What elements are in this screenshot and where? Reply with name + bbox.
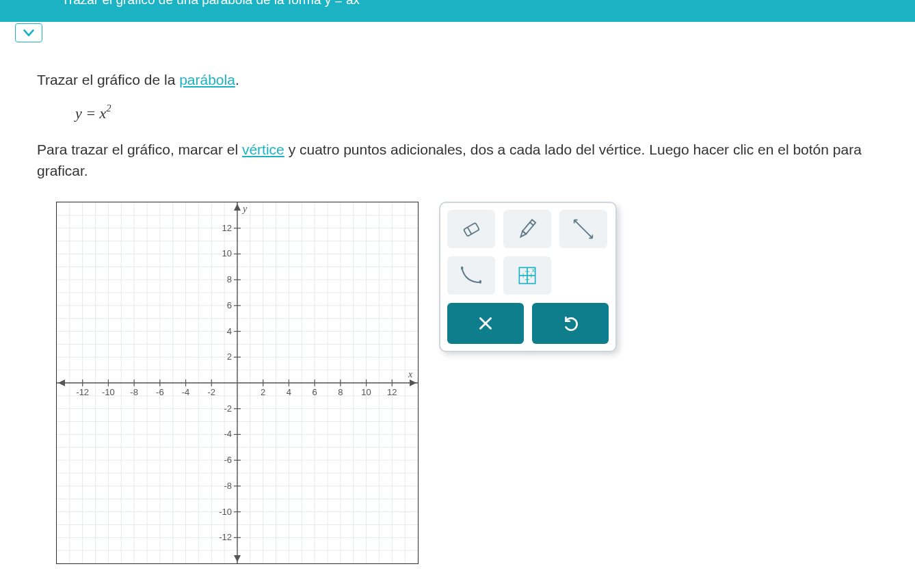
svg-text:12: 12 <box>387 387 397 397</box>
instruction-line: Para trazar el gráfico, marcar el vértic… <box>37 139 874 181</box>
svg-text:4: 4 <box>287 387 291 397</box>
line-icon <box>570 215 597 243</box>
svg-point-115 <box>461 268 463 270</box>
svg-text:8: 8 <box>338 387 343 397</box>
page-header: Trazar el gráfico de una parábola de la … <box>0 0 915 22</box>
close-icon <box>477 315 494 332</box>
problem-body: Trazar el gráfico de la parábola. y = x2… <box>0 22 915 578</box>
equation-sup: 2 <box>106 103 111 113</box>
intro-line: Trazar el gráfico de la parábola. <box>37 70 874 90</box>
clear-button[interactable] <box>447 303 524 344</box>
svg-line-114 <box>575 222 591 237</box>
eraser-icon <box>458 215 485 243</box>
svg-text:-6: -6 <box>156 387 164 397</box>
equation-body: y = x <box>75 105 106 122</box>
svg-rect-110 <box>464 223 479 237</box>
svg-text:12: 12 <box>222 223 232 233</box>
header-title: Trazar el gráfico de una parábola de la … <box>62 0 360 7</box>
svg-line-113 <box>530 222 533 225</box>
svg-text:10: 10 <box>361 387 371 397</box>
svg-line-111 <box>468 228 472 235</box>
svg-text:-4: -4 <box>224 429 232 440</box>
header-title-sup: 2 <box>360 0 364 1</box>
graph-canvas[interactable]: -12-10-8-6-4-224681012-12-10-8-6-4-22468… <box>56 202 419 564</box>
eraser-tool[interactable] <box>447 210 495 248</box>
curve-tool[interactable] <box>447 256 495 295</box>
instr-pre: Para trazar el gráfico, marcar el <box>37 142 242 157</box>
svg-text:4: 4 <box>227 326 232 336</box>
svg-text:y: y <box>241 204 248 214</box>
svg-text:-12: -12 <box>219 532 232 542</box>
intro-post: . <box>235 72 239 88</box>
vertex-link[interactable]: vértice <box>242 142 284 157</box>
svg-text:-2: -2 <box>224 403 232 414</box>
svg-text:-4: -4 <box>182 387 190 397</box>
grid-icon: x <box>514 262 541 289</box>
undo-button[interactable] <box>532 303 609 344</box>
grid-snap-tool[interactable]: x <box>503 256 551 295</box>
svg-text:2: 2 <box>261 387 265 397</box>
pencil-icon <box>514 215 541 243</box>
svg-text:x: x <box>408 369 413 379</box>
svg-text:-10: -10 <box>219 507 232 517</box>
svg-text:8: 8 <box>227 274 232 284</box>
chevron-down-icon <box>21 25 36 40</box>
svg-text:6: 6 <box>313 387 317 397</box>
parabola-link[interactable]: parábola <box>179 72 235 88</box>
svg-text:-8: -8 <box>224 481 232 491</box>
svg-text:10: 10 <box>222 249 232 259</box>
intro-pre: Trazar el gráfico de la <box>37 72 179 88</box>
svg-text:-6: -6 <box>224 455 232 465</box>
curve-icon <box>458 262 485 289</box>
svg-text:6: 6 <box>227 300 232 310</box>
svg-text:-12: -12 <box>76 387 89 397</box>
svg-rect-112 <box>522 220 535 235</box>
svg-text:-10: -10 <box>102 387 115 397</box>
pencil-tool[interactable] <box>503 210 551 248</box>
toolbox: x <box>439 202 617 352</box>
svg-point-116 <box>479 282 481 284</box>
equation: y = x2 <box>75 103 874 124</box>
expand-toggle[interactable] <box>15 23 42 42</box>
svg-text:2: 2 <box>227 351 232 362</box>
svg-text:-2: -2 <box>208 387 216 397</box>
undo-icon <box>561 315 579 332</box>
line-tool[interactable] <box>559 210 607 248</box>
svg-text:-8: -8 <box>130 387 138 397</box>
